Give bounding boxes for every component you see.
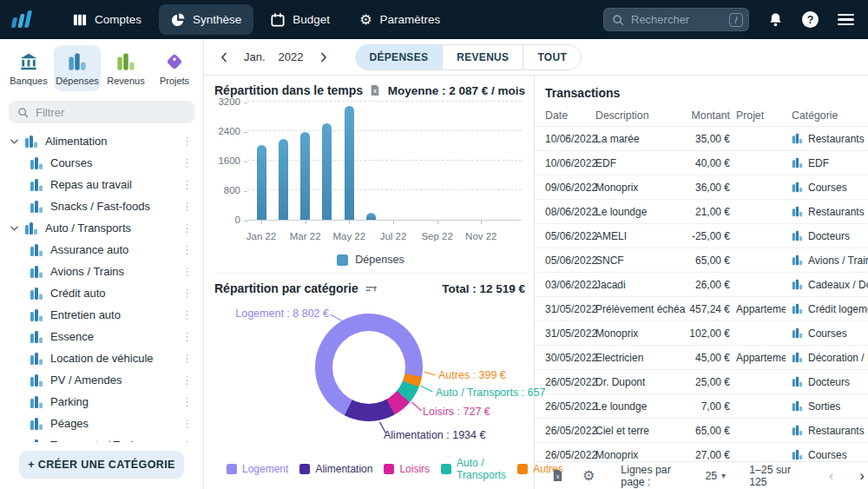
- transaction-row[interactable]: 30/05/2022Electricien45,00 €AppartemerDé…: [535, 346, 868, 370]
- kebab-menu-icon[interactable]: ⋮: [180, 243, 194, 256]
- transaction-amount: 40,00 €: [686, 157, 730, 169]
- category-label: Auto / Transports: [45, 221, 180, 235]
- transaction-date: 10/06/2022: [545, 157, 595, 169]
- category-item[interactable]: Parking⋮: [0, 391, 203, 413]
- category-item[interactable]: PV / Amendes⋮: [0, 369, 203, 391]
- columns-icon: [73, 13, 87, 27]
- export-excel-icon[interactable]: x: [552, 469, 563, 482]
- transaction-row[interactable]: 10/06/2022EDF40,00 €EDF: [535, 151, 868, 175]
- hamburger-menu-icon[interactable]: [838, 14, 854, 25]
- prev-month-button[interactable]: [217, 50, 231, 64]
- nav-item-budget[interactable]: Budget: [259, 4, 342, 35]
- chevron-down-icon[interactable]: [10, 139, 24, 144]
- x-tick: [306, 221, 306, 224]
- sidebar: BanquesDépensesRevenusProjets Filtrer Al…: [0, 39, 204, 489]
- bank-icon: [19, 52, 38, 71]
- nav-item-paramètres[interactable]: ⚙Paramètres: [347, 4, 452, 35]
- search-input[interactable]: Rechercher /: [603, 8, 749, 31]
- transaction-row[interactable]: 08/06/2022Le loundge21,00 €Restaurants: [535, 200, 868, 224]
- kebab-menu-icon[interactable]: ⋮: [180, 287, 194, 300]
- help-icon[interactable]: ?: [802, 11, 819, 28]
- category-item[interactable]: Avions / Trains⋮: [0, 261, 203, 282]
- transaction-row[interactable]: 05/06/2022AMELI-25,00 €Docteurs: [535, 224, 868, 248]
- transaction-row[interactable]: 03/06/2022Jacadi26,00 €Cadeaux / Dons: [535, 273, 868, 297]
- transaction-row[interactable]: 10/06/2022La marée35,00 €Restaurants: [535, 127, 868, 151]
- sidebar-tab-dépenses[interactable]: Dépenses: [54, 45, 101, 91]
- kebab-menu-icon[interactable]: ⋮: [180, 200, 194, 213]
- bar-may-22[interactable]: [345, 106, 354, 220]
- bar-feb-22[interactable]: [279, 139, 288, 221]
- kebab-menu-icon[interactable]: ⋮: [180, 221, 194, 235]
- sidebar-tab-revenus[interactable]: Revenus: [102, 45, 149, 91]
- sort-icon[interactable]: [365, 284, 378, 294]
- category-item[interactable]: Repas au travail⋮: [0, 174, 203, 195]
- view-tab-revenus[interactable]: REVENUS: [442, 45, 523, 69]
- category-item[interactable]: Assurance auto⋮: [0, 239, 203, 261]
- notifications-bell-icon[interactable]: [768, 12, 783, 27]
- category-label: Décoration / Bri: [808, 352, 868, 364]
- category-item[interactable]: Entretien auto⋮: [0, 304, 203, 326]
- transaction-row[interactable]: 31/05/2022Prélèvement échéance p457,24 €…: [535, 297, 868, 321]
- sidebar-tab-label: Banques: [10, 76, 47, 86]
- category-chart-title: Répartition par catégorie: [214, 281, 358, 295]
- category-item[interactable]: Alimentation⋮: [0, 130, 203, 152]
- category-item[interactable]: Snacks / Fast-foods⋮: [0, 195, 203, 217]
- transaction-row[interactable]: 05/06/2022SNCF65,00 €Avions / Trains: [535, 248, 868, 273]
- donut-chart[interactable]: [315, 314, 423, 421]
- kebab-menu-icon[interactable]: ⋮: [180, 373, 194, 387]
- bar-apr-22[interactable]: [322, 123, 332, 220]
- category-label: Essence: [50, 330, 180, 343]
- view-tab-dépenses[interactable]: DÉPENSES: [356, 45, 443, 69]
- chevron-down-icon[interactable]: [10, 226, 24, 231]
- kebab-menu-icon[interactable]: ⋮: [180, 308, 194, 321]
- nav-item-synthèse[interactable]: Synthèse: [159, 4, 253, 35]
- transaction-amount: -25,00 €: [686, 230, 730, 242]
- category-label: Courses: [808, 327, 847, 340]
- x-axis-label: Jul 22: [371, 231, 416, 241]
- bar-mar-22[interactable]: [300, 132, 310, 220]
- transaction-row[interactable]: 26/05/2022Monoprix27,00 €Courses: [535, 443, 868, 461]
- category-item[interactable]: Transports / Taxis⋮: [0, 434, 203, 442]
- transaction-row[interactable]: 26/05/2022Ciel et terre65,00 €Restaurant…: [535, 419, 868, 443]
- transaction-row[interactable]: 31/05/2022Monoprix102,00 €Courses: [535, 321, 868, 346]
- kebab-menu-icon[interactable]: ⋮: [180, 265, 194, 278]
- donut-chart-area: Autres : 399 €Auto / Transports : 657Loi…: [214, 295, 527, 455]
- category-item[interactable]: Péages⋮: [0, 413, 203, 434]
- category-item[interactable]: Crédit auto⋮: [0, 282, 203, 304]
- view-tab-tout[interactable]: TOUT: [523, 45, 581, 69]
- kebab-menu-icon[interactable]: ⋮: [180, 352, 194, 365]
- category-item[interactable]: Courses⋮: [0, 152, 203, 174]
- app-root: ComptesSynthèseBudget⚙Paramètres Recherc…: [0, 0, 868, 489]
- prev-page-button[interactable]: ‹: [825, 468, 838, 483]
- bar-jan-22[interactable]: [257, 145, 266, 220]
- nav-item-comptes[interactable]: Comptes: [61, 4, 154, 35]
- transaction-row[interactable]: 09/06/2022Monoprix36,00 €Courses: [535, 175, 868, 200]
- rows-per-page-select[interactable]: 25 ▾: [705, 470, 726, 482]
- sidebar-tab-projets[interactable]: Projets: [151, 45, 198, 91]
- y-tick: [244, 191, 247, 192]
- bar-jun-22[interactable]: [366, 213, 376, 220]
- kebab-menu-icon[interactable]: ⋮: [180, 156, 194, 169]
- category-bars-icon: [792, 327, 803, 339]
- kebab-menu-icon[interactable]: ⋮: [180, 135, 194, 148]
- table-settings-gear-icon[interactable]: ⚙: [582, 467, 595, 484]
- kebab-menu-icon[interactable]: ⋮: [180, 395, 194, 408]
- kebab-menu-icon[interactable]: ⋮: [180, 330, 194, 343]
- transactions-table-header: DateDescriptionMontantProjetCatégorie: [535, 105, 868, 127]
- filter-input[interactable]: Filtrer: [9, 101, 194, 123]
- kebab-menu-icon[interactable]: ⋮: [180, 178, 194, 191]
- transaction-row[interactable]: 26/05/2022Dr. Dupont25,00 €Docteurs: [535, 370, 868, 394]
- kebab-menu-icon[interactable]: ⋮: [180, 417, 194, 430]
- sidebar-tab-banques[interactable]: Banques: [5, 45, 52, 91]
- app-logo[interactable]: [12, 8, 43, 32]
- export-excel-icon[interactable]: x: [370, 84, 380, 96]
- kebab-menu-icon[interactable]: ⋮: [180, 439, 194, 442]
- next-month-button[interactable]: [317, 50, 331, 64]
- category-bars-icon: [30, 352, 43, 366]
- category-item[interactable]: Auto / Transports⋮: [0, 217, 203, 239]
- transaction-row[interactable]: 26/05/2022Le loundge7,00 €Sorties: [535, 394, 868, 419]
- create-category-button[interactable]: + CRÉER UNE CATÉGORIE: [19, 451, 184, 479]
- next-page-button[interactable]: ›: [856, 468, 868, 483]
- category-item[interactable]: Essence⋮: [0, 326, 203, 347]
- category-item[interactable]: Location de véhicule⋮: [0, 347, 203, 369]
